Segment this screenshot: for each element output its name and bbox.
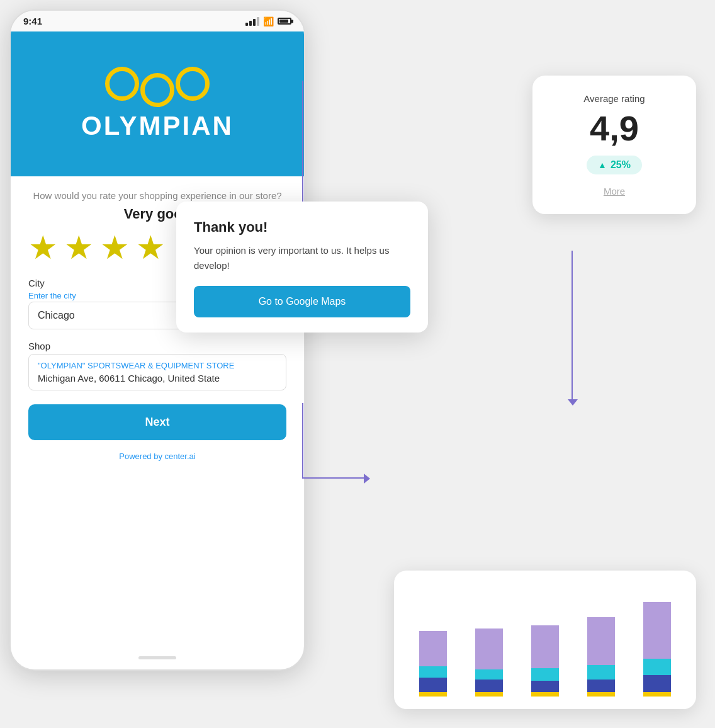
bar-seg-1-0 (475, 628, 503, 669)
chart-bars (409, 596, 681, 697)
bar-seg-1-1 (475, 669, 503, 680)
svg-rect-4 (303, 477, 366, 479)
more-link[interactable]: More (548, 186, 681, 196)
logo-container: OLYMPIAN (81, 67, 234, 141)
bar-seg-4-2 (643, 675, 671, 692)
bar-seg-3-1 (587, 665, 615, 680)
shop-address: Michigan Ave, 60611 Chicago, United Stat… (38, 373, 277, 384)
logo-rings (81, 67, 234, 107)
star-3[interactable]: ★ (100, 231, 130, 264)
svg-marker-5 (364, 474, 370, 484)
bar-seg-0-3 (419, 692, 447, 697)
rating-badge-value: 25% (611, 159, 631, 171)
wifi-icon: 📶 (263, 16, 274, 26)
bar-seg-0-0 (419, 631, 447, 666)
bar-seg-3-2 (587, 680, 615, 692)
phone-mockup: 9:41 📶 OLYMPIAN How would you rate your … (9, 9, 305, 671)
ring-1 (105, 67, 139, 101)
shop-name: "OLYMPIAN" SPORTSWEAR & EQUIPMENT STORE (38, 361, 277, 370)
powered-by: Powered by center.ai (28, 452, 286, 461)
bar-seg-3-0 (587, 617, 615, 666)
star-2[interactable]: ★ (64, 231, 94, 264)
status-time: 9:41 (23, 16, 42, 26)
bar-seg-2-0 (531, 625, 559, 668)
bar-group-2 (521, 625, 568, 697)
bar-seg-4-1 (643, 659, 671, 674)
logo-text: OLYMPIAN (81, 111, 234, 141)
bar-seg-2-2 (531, 681, 559, 692)
status-bar: 9:41 📶 (11, 11, 304, 31)
shop-box: "OLYMPIAN" SPORTSWEAR & EQUIPMENT STORE … (28, 354, 286, 390)
phone-header: OLYMPIAN (11, 31, 304, 176)
ring-3 (176, 67, 210, 101)
bar-seg-4-3 (643, 692, 671, 697)
bar-seg-2-3 (531, 692, 559, 697)
rating-badge: ▲ 25% (587, 156, 642, 174)
google-maps-button[interactable]: Go to Google Maps (194, 286, 410, 317)
avg-rating-number: 4,9 (548, 109, 681, 148)
bar-group-4 (634, 602, 681, 697)
thankyou-popup: Thank you! Your opinion is very importan… (176, 202, 428, 333)
rating-question: How would you rate your shopping experie… (28, 189, 286, 202)
status-icons: 📶 (245, 16, 291, 26)
scroll-indicator (138, 656, 176, 659)
thankyou-body: Your opinion is very important to us. It… (194, 243, 410, 273)
bar-group-3 (578, 617, 625, 697)
bar-seg-2-1 (531, 668, 559, 681)
bar-group-1 (465, 628, 512, 697)
next-button[interactable]: Next (28, 404, 286, 440)
powered-by-prefix: Powered by (119, 452, 164, 461)
svg-rect-6 (571, 251, 573, 402)
star-4[interactable]: ★ (136, 231, 166, 264)
signal-bars-icon (245, 17, 259, 26)
powered-by-brand: center.ai (165, 452, 196, 461)
bar-seg-0-2 (419, 678, 447, 692)
bar-seg-3-3 (587, 692, 615, 697)
svg-marker-7 (568, 399, 578, 406)
avg-rating-label: Average rating (548, 93, 681, 104)
chart-card (394, 571, 696, 709)
bar-seg-1-2 (475, 680, 503, 692)
shop-label: Shop (28, 341, 286, 351)
bar-group-0 (409, 631, 456, 697)
thankyou-title: Thank you! (194, 219, 410, 236)
battery-icon (278, 18, 291, 25)
rating-card: Average rating 4,9 ▲ 25% More (532, 76, 696, 214)
bar-seg-0-1 (419, 666, 447, 678)
bar-seg-1-3 (475, 692, 503, 697)
star-1[interactable]: ★ (28, 231, 58, 264)
arrow-up-icon: ▲ (598, 160, 607, 170)
bar-seg-4-0 (643, 602, 671, 659)
ring-2 (140, 73, 174, 107)
